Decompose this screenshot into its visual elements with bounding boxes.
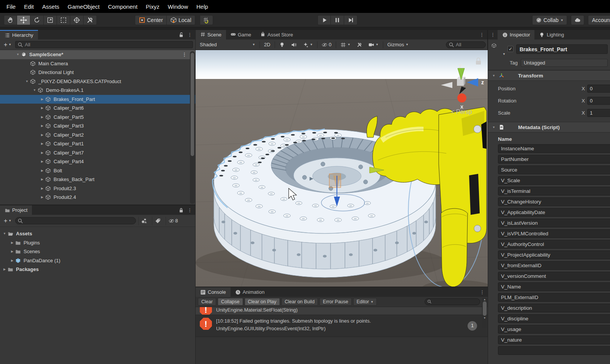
tab-inspector[interactable]: Inspector [498, 30, 534, 39]
metadata-field-v-fromexternalid[interactable]: V_fromExternalID [498, 261, 610, 270]
axis-value-field[interactable]: 1 [587, 109, 610, 117]
rect-tool-button[interactable] [57, 15, 70, 25]
project-item-pandadance-1[interactable]: ▶PanDaDance (1) [0, 256, 195, 265]
unlock-icon[interactable] [179, 32, 183, 38]
active-checkbox[interactable]: ✓ [507, 46, 514, 52]
hierarchy-item-caliper-part2[interactable]: ▶Caliper_Part2 [0, 131, 195, 140]
effects-dropdown[interactable]: ▼ [300, 41, 316, 49]
foldout-closed-icon[interactable]: ▶ [39, 160, 45, 163]
foldout-closed-icon[interactable]: ▶ [39, 115, 45, 119]
metadata-field-v-authoritycontrol[interactable]: V_AuthorityControl [498, 240, 610, 249]
hierarchy-item-main-camera[interactable]: Main Camera [0, 59, 195, 68]
foldout-closed-icon[interactable]: ▶ [9, 241, 15, 244]
metadata-section-header[interactable]: ▼ Metadata (Script) [488, 122, 610, 132]
project-menu-icon[interactable]: ⋮ [187, 207, 192, 213]
tab-lighting[interactable]: Lighting [534, 30, 569, 39]
foldout-closed-icon[interactable]: ▶ [39, 178, 45, 181]
metadata-field-v-discipline[interactable]: V_discipline [498, 314, 610, 323]
collab-button[interactable]: Collab▼ [532, 15, 567, 25]
scene-menu-icon[interactable]: ⋮ [479, 32, 484, 38]
foldout-closed-icon[interactable]: ▶ [2, 268, 8, 271]
hierarchy-item-caliper-part5[interactable]: ▶Caliper_Part5 [0, 113, 195, 122]
menu-file[interactable]: File [2, 0, 20, 13]
gizmos-dropdown[interactable]: Gizmos▼ [385, 41, 411, 49]
component-tools-button[interactable] [354, 41, 365, 49]
scene-search-input[interactable]: All [446, 41, 486, 48]
axis-value-field[interactable]: 0 [587, 97, 610, 105]
console-button-error-pause[interactable]: Error Pause [319, 298, 352, 306]
console-button-clear[interactable]: Clear [198, 298, 216, 306]
console-error-entry[interactable]: ! [10:18:52] Failed getting triangles. S… [196, 315, 488, 337]
metadata-field-v-changehistory[interactable]: V_ChangeHistory [498, 197, 610, 206]
tab-game[interactable]: Game [226, 30, 256, 39]
foldout-closed-icon[interactable]: ▶ [9, 250, 15, 253]
foldout-closed-icon[interactable]: ▶ [39, 187, 45, 190]
console-button-editor[interactable]: Editor▼ [353, 298, 377, 306]
console-search-input[interactable] [425, 298, 480, 305]
menu-pixyz[interactable]: Pixyz [142, 0, 164, 13]
persp-label[interactable]: < Persp [451, 109, 472, 115]
metadata-field-instancename[interactable]: InstanceName [498, 144, 610, 153]
rotate-tool-button[interactable] [30, 15, 44, 25]
hierarchy-item-brakes-back-part[interactable]: ▶Brakes_Back_Part [0, 175, 195, 184]
search-by-type-button[interactable] [138, 217, 150, 225]
transform-section-header[interactable]: ▼ Transform [488, 70, 610, 81]
tab-asset-store[interactable]: Asset Store [256, 30, 297, 39]
tag-dropdown[interactable]: Untagged [521, 59, 608, 67]
search-by-label-button[interactable] [152, 217, 163, 225]
project-item-plugins[interactable]: ▶Plugins [0, 238, 195, 247]
draw-mode-dropdown[interactable]: Shaded▼ [197, 41, 258, 49]
hierarchy-scrollbar[interactable] [190, 51, 195, 204]
menu-help[interactable]: Help [192, 0, 212, 13]
metadata-field-v-description[interactable]: V_description [498, 304, 610, 312]
hierarchy-create-button[interactable]: +▼ [2, 41, 13, 48]
project-item-assets[interactable]: ▼Assets [0, 229, 195, 238]
hand-tool-button[interactable] [4, 15, 17, 25]
foldout-closed-icon[interactable]: ▶ [39, 151, 45, 154]
menu-component[interactable]: Component [104, 0, 142, 13]
play-button[interactable] [318, 15, 331, 25]
pause-button[interactable] [331, 15, 344, 25]
hierarchy-search-input[interactable]: All [15, 41, 193, 48]
metadata-field-partnumber[interactable]: PartNumber [498, 155, 610, 164]
hierarchy-item-caliper-part6[interactable]: ▶Caliper_Part6 [0, 104, 195, 113]
foldout-open-icon[interactable]: ▼ [32, 88, 38, 92]
audio-toggle[interactable] [288, 41, 299, 49]
step-button[interactable] [344, 15, 357, 25]
metadata-field-v-nature[interactable]: V_nature [498, 336, 610, 344]
hierarchy-item-caliper-part1[interactable]: ▶Caliper_Part1 [0, 139, 195, 148]
console-menu-icon[interactable]: ⋮ [480, 289, 485, 295]
cloud-button[interactable] [571, 15, 584, 25]
hidden-objects-button[interactable]: 0 [319, 41, 334, 49]
lighting-toggle[interactable] [277, 41, 288, 49]
menu-gameobject[interactable]: GameObject [63, 0, 104, 13]
tab-hierarchy[interactable]: Hierarchy [0, 30, 38, 39]
camera-settings-dropdown[interactable]: ▼ [366, 41, 381, 49]
foldout-closed-icon[interactable]: ▶ [39, 142, 45, 145]
hidden-packages-button[interactable]: 8 [166, 217, 180, 225]
console-button-collapse[interactable]: Collapse [218, 298, 243, 306]
hierarchy-menu-icon[interactable]: ⋮ [187, 32, 192, 38]
metadata-field-v-usage[interactable]: V_usage [498, 325, 610, 334]
metadata-field-v-versioncomment[interactable]: V_versionComment [498, 272, 610, 280]
metadata-field-v-projectapplicability[interactable]: V_ProjectApplicability [498, 251, 610, 259]
hierarchy-item-produit2-3[interactable]: ▶Produit2.3 [0, 184, 195, 193]
hierarchy-item-bolt[interactable]: ▶Bolt [0, 166, 195, 175]
console-button-clear-on-build[interactable]: Clear on Build [281, 298, 318, 306]
pivot-button[interactable]: Center [135, 15, 167, 25]
hierarchy-item-caliper-part3[interactable]: ▶Caliper_Part3 [0, 121, 195, 131]
menu-edit[interactable]: Edit [20, 0, 38, 13]
object-name-field[interactable]: Brakes_Front_Part [516, 44, 608, 54]
project-search-input[interactable] [15, 217, 136, 224]
project-item-packages[interactable]: ▶Packages [0, 265, 195, 274]
foldout-closed-icon[interactable]: ▶ [39, 124, 45, 128]
move-tool-button[interactable] [17, 15, 30, 25]
console-log-entry[interactable]: ! UnityEngine.Material:SetFloat(String) [196, 307, 488, 315]
foldout-closed-icon[interactable]: ▶ [39, 106, 45, 110]
foldout-closed-icon[interactable]: ▶ [39, 169, 45, 172]
metadata-field-v-scale[interactable]: V_Scale [498, 176, 610, 185]
axis-value-field[interactable]: 0 [587, 85, 610, 93]
scene-viewport[interactable]: y z x < Persp [196, 50, 488, 287]
grid-visibility-dropdown[interactable]: ▼ [338, 41, 353, 49]
grid-snap-button[interactable] [200, 15, 213, 25]
